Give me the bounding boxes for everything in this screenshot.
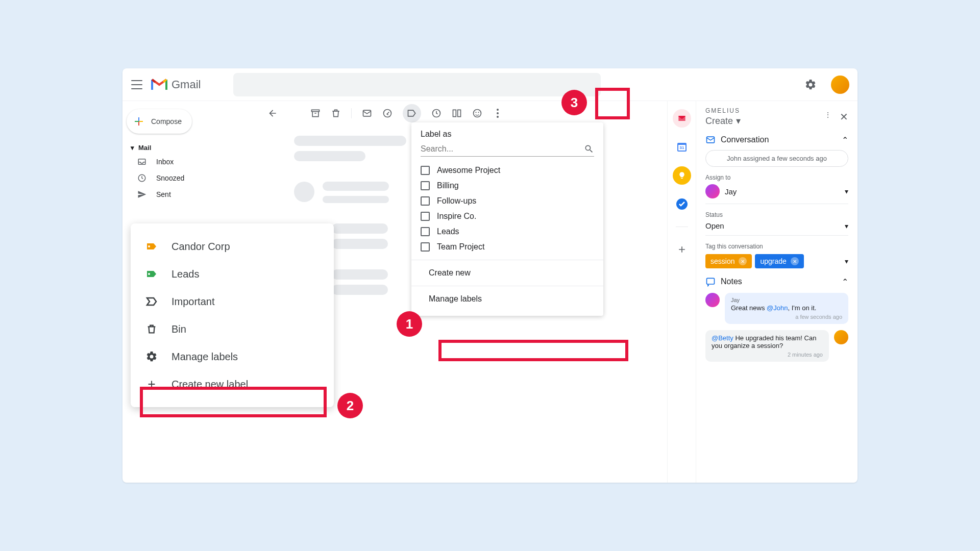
side-apps: 31 xyxy=(668,101,696,483)
label-candor[interactable]: Candor Corp xyxy=(131,233,334,260)
chevron-down-icon: ▾ xyxy=(845,222,848,230)
add-app-icon[interactable] xyxy=(673,240,691,259)
chevron-up-icon[interactable]: ⌃ xyxy=(842,135,848,145)
label-bin[interactable]: Bin xyxy=(131,315,334,343)
archive-icon[interactable] xyxy=(310,108,321,118)
svg-point-11 xyxy=(497,109,499,111)
kebab-icon[interactable]: ⋮ xyxy=(824,111,831,123)
label-leads[interactable]: Leads xyxy=(131,260,334,288)
move-icon[interactable] xyxy=(452,108,462,118)
label-icon xyxy=(145,240,158,253)
sent-label: Sent xyxy=(156,190,171,198)
svg-point-9 xyxy=(475,112,476,113)
assignee-avatar xyxy=(705,184,720,198)
back-icon[interactable] xyxy=(267,108,278,118)
svg-point-13 xyxy=(497,116,499,118)
keep-app-icon[interactable] xyxy=(673,166,691,185)
checkbox-icon xyxy=(421,242,430,252)
svg-rect-2 xyxy=(312,110,320,111)
mail-section-toggle[interactable]: ▾ Mail xyxy=(122,142,253,154)
chevron-down-icon: ▾ xyxy=(131,144,134,152)
sidebar-item-sent[interactable]: Sent xyxy=(122,186,253,203)
close-icon[interactable]: ✕ xyxy=(840,111,848,123)
clock-icon xyxy=(137,173,147,183)
account-avatar[interactable] xyxy=(831,76,849,94)
snoozed-label: Snoozed xyxy=(156,174,184,182)
checkbox-icon xyxy=(421,212,430,221)
note-bubble: @Betty He upgraded his team! Can you org… xyxy=(705,330,829,362)
skeleton-body xyxy=(332,223,388,234)
remove-tag-icon[interactable]: ✕ xyxy=(791,257,799,265)
chevron-up-icon[interactable]: ⌃ xyxy=(842,277,848,287)
settings-button[interactable] xyxy=(798,72,823,97)
more-icon[interactable] xyxy=(472,108,482,118)
gmelius-create-dropdown[interactable]: Create▾ xyxy=(705,115,741,127)
tag-label: Tag this conversation xyxy=(705,243,848,250)
assign-to-label: Assign to xyxy=(705,174,848,181)
note-avatar xyxy=(834,330,848,344)
status-dropdown[interactable]: Open ▾ xyxy=(705,221,848,236)
inbox-label: Inbox xyxy=(156,158,174,166)
label-popup: Label as Awesome Project Billing Follow-… xyxy=(411,122,603,316)
assignee-name: Jay xyxy=(725,187,737,196)
manage-labels[interactable]: Manage labels xyxy=(131,343,334,370)
toolbar-separator xyxy=(351,108,352,118)
create-new-action[interactable]: Create new xyxy=(411,263,603,283)
label-option[interactable]: Awesome Project xyxy=(411,163,603,178)
create-new-label[interactable]: Create new label xyxy=(131,370,334,398)
skeleton-name xyxy=(323,182,389,191)
status-label: Status xyxy=(705,211,848,218)
label-option[interactable]: Leads xyxy=(411,224,603,239)
skeleton-body xyxy=(332,285,388,295)
callout-2: 2 xyxy=(337,393,363,418)
skeleton-body xyxy=(332,239,388,249)
gmelius-app-icon[interactable] xyxy=(673,109,691,128)
label-option[interactable]: Billing xyxy=(411,178,603,193)
tag-chip[interactable]: session✕ xyxy=(705,254,752,268)
mark-unread-icon[interactable] xyxy=(362,108,372,118)
gmelius-panel: GMELIUS Create▾ ⋮ ✕ Conversation ⌃ John … xyxy=(696,101,857,483)
label-icon[interactable] xyxy=(403,104,421,122)
label-popup-title: Label as xyxy=(411,130,603,144)
label-search-input[interactable] xyxy=(421,144,584,154)
divider xyxy=(411,286,603,286)
kebab-icon[interactable] xyxy=(493,108,503,118)
conversation-title: Conversation xyxy=(721,135,769,144)
label-option[interactable]: Inspire Co. xyxy=(411,209,603,224)
sender-avatar xyxy=(294,182,314,202)
svg-point-12 xyxy=(497,112,499,114)
assignment-pill: John assigned a few seconds ago xyxy=(705,150,848,167)
gmelius-brand: GMELIUS xyxy=(705,107,741,114)
search-input[interactable] xyxy=(233,73,601,96)
gear-icon xyxy=(145,350,158,363)
label-option[interactable]: Follow-ups xyxy=(411,193,603,209)
checkbox-icon xyxy=(421,166,430,175)
sidebar-item-inbox[interactable]: Inbox xyxy=(122,154,253,170)
callout-3: 3 xyxy=(561,90,587,115)
divider xyxy=(411,260,603,260)
assign-to-dropdown[interactable]: Jay ▾ xyxy=(705,184,848,204)
svg-point-8 xyxy=(474,110,481,117)
label-option[interactable]: Team Project xyxy=(411,239,603,255)
skeleton-subject xyxy=(294,136,406,146)
hamburger-menu-icon[interactable] xyxy=(131,79,143,91)
snooze-icon[interactable] xyxy=(382,108,393,118)
add-task-icon[interactable] xyxy=(431,108,442,118)
chevron-down-icon[interactable]: ▾ xyxy=(845,257,848,265)
delete-icon[interactable] xyxy=(331,108,341,118)
sidebar-item-snoozed[interactable]: Snoozed xyxy=(122,170,253,186)
manage-labels-action[interactable]: Manage labels xyxy=(411,289,603,309)
tag-chip[interactable]: upgrade✕ xyxy=(755,254,803,268)
inbox-icon xyxy=(137,157,147,167)
label-important[interactable]: Important xyxy=(131,288,334,315)
important-icon xyxy=(145,295,158,308)
remove-tag-icon[interactable]: ✕ xyxy=(739,257,747,265)
calendar-app-icon[interactable]: 31 xyxy=(673,138,691,156)
conversation-icon xyxy=(705,135,716,145)
svg-rect-7 xyxy=(458,110,461,116)
trash-icon xyxy=(145,322,158,336)
skeleton-body xyxy=(332,269,388,280)
svg-rect-6 xyxy=(453,110,456,116)
compose-button[interactable]: Compose xyxy=(127,109,192,134)
tasks-app-icon[interactable] xyxy=(673,195,691,213)
